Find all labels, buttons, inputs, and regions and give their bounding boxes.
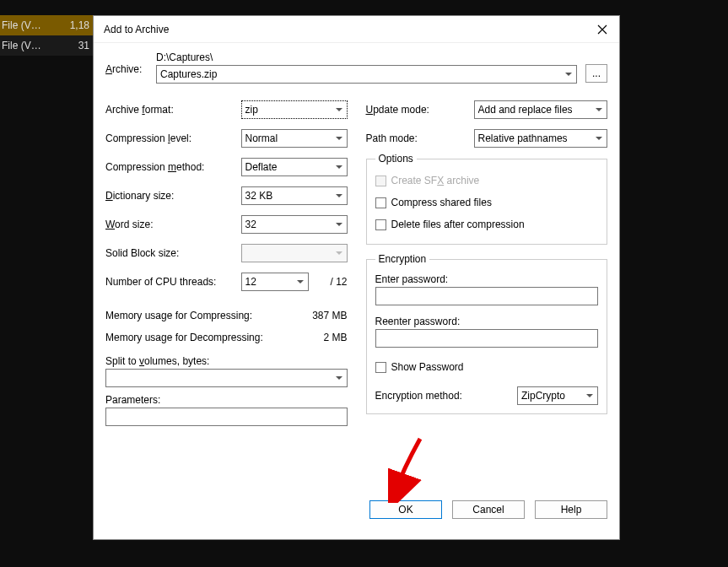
encryption-method-select[interactable]: ZipCrypto [517, 386, 598, 405]
sfx-label: Create SFX archive [391, 175, 480, 186]
solid-block-label: Solid Block size: [105, 247, 241, 259]
archive-row: Archive: D:\Captures\ ... [105, 51, 607, 84]
file-row[interactable]: File (V… 31 [0, 35, 93, 56]
memory-decompress-label: Memory usage for Decompressing: [105, 332, 263, 343]
dialog-footer: OK Cancel Help [94, 492, 619, 539]
solid-block-select [241, 244, 348, 262]
help-button[interactable]: Help [535, 500, 607, 519]
left-column: Archive format: zip Compression level: N… [105, 95, 348, 433]
memory-decompress-value: 2 MB [323, 332, 347, 343]
dialog-title: Add to Archive [104, 24, 169, 35]
delete-after-label: Delete files after compression [391, 219, 525, 230]
archive-format-select[interactable]: zip [241, 100, 348, 119]
compression-level-select[interactable]: Normal [241, 129, 348, 148]
titlebar[interactable]: Add to Archive [94, 16, 619, 43]
encryption-group: Encryption Enter password: Reenter passw… [366, 253, 608, 414]
word-size-select[interactable]: 32 [241, 215, 348, 234]
close-icon [597, 24, 607, 35]
delete-after-checkbox[interactable] [375, 219, 386, 230]
show-password-label: Show Password [391, 361, 464, 373]
compression-method-select[interactable]: Deflate [241, 158, 348, 176]
ok-button[interactable]: OK [369, 500, 442, 519]
memory-compress-label: Memory usage for Compressing: [105, 310, 252, 321]
password-label: Enter password: [375, 273, 599, 285]
options-legend: Options [375, 153, 417, 165]
repassword-label: Reenter password: [375, 316, 599, 327]
options-group: Options Create SFX archive Compress shar… [366, 153, 608, 245]
path-mode-select[interactable]: Relative pathnames [474, 129, 608, 148]
browse-button[interactable]: ... [585, 64, 607, 83]
compress-shared-label: Compress shared files [391, 197, 492, 208]
word-size-label: Word size: [105, 219, 241, 230]
dictionary-size-select[interactable]: 32 KB [241, 186, 348, 205]
archive-name-input[interactable] [156, 65, 577, 84]
file-size: 31 [78, 40, 89, 51]
archive-format-label: Archive format: [105, 104, 241, 116]
sfx-checkbox [375, 176, 386, 186]
file-name: File (V… [2, 40, 41, 51]
archive-folder-path: D:\Captures\ [156, 51, 577, 63]
parameters-input[interactable] [105, 408, 348, 426]
dictionary-size-label: Dictionary size: [105, 190, 241, 202]
cancel-button[interactable]: Cancel [452, 500, 525, 519]
update-mode-select[interactable]: Add and replace files [474, 100, 608, 119]
encryption-method-label: Encryption method: [375, 390, 511, 402]
update-mode-label: Update mode: [366, 104, 467, 116]
right-column: Update mode: Add and replace files Path … [366, 95, 608, 433]
cpu-threads-total: / 12 [314, 276, 348, 288]
background-file-list: File (V… 1,18 File (V… 31 [0, 15, 93, 56]
compress-shared-checkbox[interactable] [375, 197, 386, 208]
dialog-body: Archive: D:\Captures\ ... Archive format… [94, 43, 619, 492]
file-row[interactable]: File (V… 1,18 [0, 15, 93, 35]
repassword-input[interactable] [375, 329, 599, 348]
file-size: 1,18 [70, 19, 89, 31]
encryption-legend: Encryption [375, 253, 430, 265]
memory-compress-value: 387 MB [312, 310, 347, 321]
parameters-label: Parameters: [105, 394, 160, 406]
compression-method-label: Compression method: [105, 161, 241, 173]
close-button[interactable] [596, 23, 609, 36]
cpu-threads-select[interactable]: 12 [241, 273, 309, 291]
split-volumes-label: Split to volumes, bytes: [105, 355, 209, 367]
add-to-archive-dialog: Add to Archive Archive: D:\Captures\ ...… [93, 15, 620, 540]
show-password-checkbox[interactable] [375, 362, 386, 373]
archive-label: Archive: [105, 51, 148, 75]
compression-level-label: Compression level: [105, 132, 241, 144]
path-mode-label: Path mode: [366, 132, 467, 144]
cpu-threads-label: Number of CPU threads: [105, 276, 241, 288]
file-name: File (V… [2, 19, 41, 31]
split-volumes-select[interactable] [105, 369, 348, 387]
password-input[interactable] [375, 287, 599, 305]
